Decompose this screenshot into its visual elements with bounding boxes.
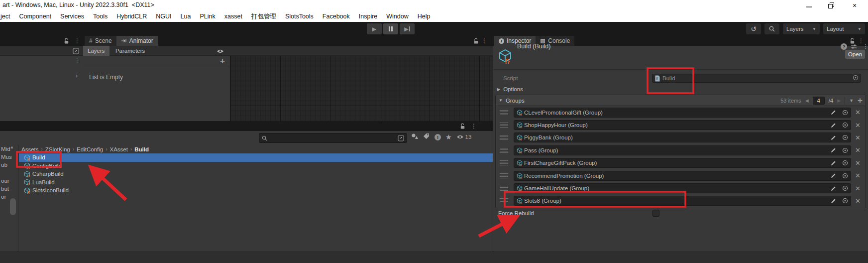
force-rebuild-checkbox[interactable] [652, 210, 659, 217]
page-number-field[interactable]: 4 [813, 97, 825, 105]
menu-item[interactable]: Tools [89, 13, 112, 20]
page-prev-button[interactable]: ◀ [805, 98, 809, 103]
drag-handle-icon[interactable] [500, 186, 508, 191]
breadcrumb-item[interactable]: Assets [21, 146, 39, 152]
remove-icon[interactable]: ✕ [855, 159, 861, 167]
group-object-field[interactable]: {} GameHallUpdate (Group) [514, 183, 851, 193]
remove-icon[interactable]: ✕ [855, 172, 861, 179]
group-object-field[interactable]: {} ShopHappyHour (Group) [514, 120, 851, 130]
kebab-menu-icon[interactable]: ⋮ [74, 57, 80, 64]
page-next-button[interactable]: ▶ [837, 98, 841, 103]
drag-handle-icon[interactable] [500, 173, 508, 178]
menu-item[interactable]: Inspire [354, 13, 382, 20]
open-button[interactable]: Open [845, 50, 865, 59]
scrollbar-thumb[interactable] [10, 198, 16, 215]
menu-item[interactable]: 打包管理 [247, 12, 281, 21]
object-picker-icon[interactable] [853, 75, 859, 82]
tree-item[interactable]: but [1, 186, 9, 192]
drag-handle-icon[interactable] [500, 198, 508, 203]
drag-handle-icon[interactable] [500, 160, 508, 165]
breadcrumb-item[interactable]: XAsset [109, 146, 127, 152]
tab-scene[interactable]: # Scene [85, 36, 116, 46]
remove-icon[interactable]: ✕ [855, 197, 861, 205]
warning-count-icon[interactable]: ! [434, 134, 441, 140]
menu-item[interactable]: Component [14, 13, 56, 20]
object-picker-icon[interactable] [842, 147, 848, 153]
chevron-right-icon[interactable]: › [76, 72, 78, 79]
animator-layers-tab[interactable]: Layers [83, 46, 109, 56]
remove-icon[interactable]: ✕ [855, 146, 861, 154]
menu-item[interactable]: HybridCLR [112, 13, 151, 20]
close-button[interactable]: × [846, 0, 863, 11]
search-all-button[interactable] [764, 23, 779, 34]
play-button[interactable]: ▶ [367, 23, 382, 34]
menu-item[interactable]: xasset [220, 13, 247, 20]
tree-item[interactable]: ub [1, 162, 7, 168]
group-object-field[interactable]: {} PiggyBank (Group) [514, 132, 851, 142]
help-icon[interactable]: ? [841, 43, 847, 50]
menu-item[interactable]: NGUI [151, 13, 176, 20]
tab-animator[interactable]: Animator [116, 36, 158, 46]
object-picker-icon[interactable] [842, 173, 848, 179]
group-object-field[interactable]: {} Slots8 (Group) [514, 196, 851, 206]
breadcrumb-item-current[interactable]: Build [134, 146, 149, 152]
menu-item[interactable]: Lua [176, 13, 196, 20]
lock-icon[interactable] [473, 38, 479, 46]
search-input[interactable] [269, 135, 396, 141]
filter-by-type-icon[interactable] [411, 133, 419, 141]
tree-item[interactable]: our [1, 178, 9, 184]
edit-pencil-icon[interactable] [831, 160, 836, 166]
object-picker-icon[interactable] [842, 110, 848, 116]
menu-item[interactable]: Window [382, 13, 413, 20]
animator-parameters-tab[interactable]: Parameters [111, 46, 149, 56]
remove-icon[interactable]: ✕ [855, 134, 861, 141]
expand-icon[interactable] [73, 48, 79, 56]
object-picker-icon[interactable] [842, 160, 848, 166]
group-object-field[interactable]: {} RecommendPromotion (Group) [514, 171, 851, 181]
open-in-new-icon[interactable] [398, 135, 404, 141]
edit-pencil-icon[interactable] [831, 147, 836, 153]
add-group-button[interactable]: + [858, 96, 863, 106]
list-item[interactable]: {} ConfigBuild [19, 162, 493, 170]
visible-items-toggle[interactable]: 13 [456, 134, 472, 140]
object-picker-icon[interactable] [842, 198, 848, 204]
group-object-field[interactable]: {} Pass (Group) [514, 145, 851, 155]
kebab-menu-icon[interactable]: ⋮ [74, 37, 80, 44]
groups-header[interactable]: ▼ Groups 53 items ◀ 4 /4 ▶ ▼ + [496, 95, 866, 106]
menu-item[interactable]: Services [56, 13, 89, 20]
animator-grid-canvas[interactable] [230, 56, 493, 121]
tree-item[interactable]: or [1, 194, 6, 200]
menu-item[interactable]: Help [413, 13, 435, 20]
pause-button[interactable] [383, 23, 398, 34]
edit-pencil-icon[interactable] [831, 186, 836, 191]
list-item-selected[interactable]: {} Build [19, 153, 493, 162]
minimize-button[interactable] [800, 0, 817, 11]
breadcrumb-item[interactable]: ZSlotKing [45, 146, 70, 152]
list-item[interactable]: {} LuaBuild [19, 178, 493, 187]
restore-button[interactable] [823, 0, 840, 11]
add-layer-button[interactable]: + [220, 56, 225, 66]
remove-icon[interactable]: ✕ [855, 122, 861, 129]
drag-handle-icon[interactable] [500, 135, 508, 140]
list-item[interactable]: {} CsharpBuild [19, 170, 493, 178]
object-picker-icon[interactable] [842, 134, 848, 140]
kebab-menu-icon[interactable]: ⋮ [482, 37, 488, 44]
menu-item[interactable]: PLink [195, 13, 219, 20]
filter-by-label-icon[interactable] [423, 133, 430, 141]
layout-dropdown[interactable]: Layout▼ [823, 23, 865, 34]
step-button[interactable]: ▶ [400, 23, 415, 34]
group-object-field[interactable]: {} FirstChargeGiftPack (Group) [514, 158, 851, 168]
breadcrumb-item[interactable]: EditConfig [77, 146, 103, 152]
list-item[interactable]: {} SlotsIconBuild [19, 186, 493, 195]
edit-pencil-icon[interactable] [831, 173, 836, 178]
edit-pencil-icon[interactable] [831, 123, 836, 128]
object-picker-icon[interactable] [842, 122, 848, 128]
object-picker-icon[interactable] [842, 185, 848, 191]
lock-icon[interactable] [64, 38, 69, 46]
drag-handle-icon[interactable] [500, 148, 508, 153]
tree-item[interactable]: Mus [1, 154, 12, 160]
menu-item[interactable]: SlotsTools [281, 13, 318, 20]
undo-history-button[interactable]: ↺ [746, 23, 761, 34]
menu-item[interactable]: ject [0, 13, 14, 20]
drag-handle-icon[interactable] [500, 110, 508, 115]
